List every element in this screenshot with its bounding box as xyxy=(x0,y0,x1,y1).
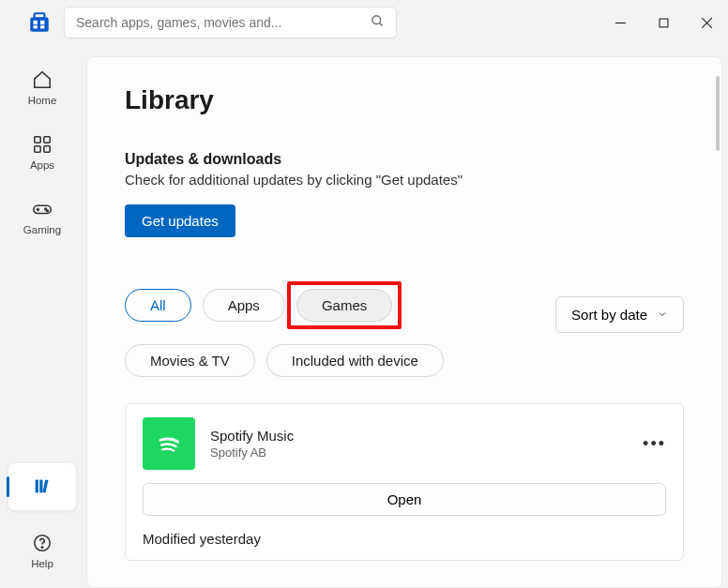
svg-rect-23 xyxy=(42,479,48,492)
filter-all[interactable]: All xyxy=(125,289,191,322)
gaming-icon xyxy=(31,199,53,222)
open-button[interactable]: Open xyxy=(143,483,666,516)
more-options-button[interactable]: ••• xyxy=(643,434,666,454)
svg-rect-15 xyxy=(44,146,50,152)
library-icon xyxy=(31,475,53,499)
app-name: Spotify Music xyxy=(210,428,294,444)
maximize-button[interactable] xyxy=(642,8,685,38)
svg-rect-2 xyxy=(34,21,38,24)
sidebar-item-home[interactable]: Home xyxy=(9,64,75,112)
search-box[interactable] xyxy=(64,7,397,38)
sidebar-item-help[interactable]: Help xyxy=(9,527,75,575)
svg-point-25 xyxy=(41,547,42,548)
svg-rect-3 xyxy=(40,21,44,24)
filter-games[interactable]: Games xyxy=(296,289,392,322)
sidebar-item-label: Apps xyxy=(30,159,54,171)
sidebar: Home Apps Gaming Help xyxy=(0,45,84,588)
sort-button[interactable]: Sort by date xyxy=(555,296,684,333)
updates-heading: Updates & downloads xyxy=(125,151,684,168)
spotify-icon xyxy=(143,417,195,470)
svg-rect-14 xyxy=(35,146,40,152)
svg-point-6 xyxy=(372,15,381,23)
search-input[interactable] xyxy=(76,15,371,30)
modified-label: Modified yesterday xyxy=(143,531,666,547)
titlebar xyxy=(0,0,728,45)
window-controls xyxy=(599,8,728,38)
close-button[interactable] xyxy=(685,8,728,38)
svg-point-18 xyxy=(47,210,49,212)
svg-rect-22 xyxy=(39,479,42,492)
svg-rect-4 xyxy=(34,25,38,28)
home-icon xyxy=(32,69,53,93)
svg-rect-9 xyxy=(660,19,668,27)
sidebar-item-gaming[interactable]: Gaming xyxy=(9,193,75,241)
chevron-down-icon xyxy=(657,307,668,323)
svg-rect-21 xyxy=(36,479,38,492)
help-icon xyxy=(32,533,53,556)
app-publisher: Spotify AB xyxy=(210,445,294,460)
scrollbar[interactable] xyxy=(716,76,720,151)
svg-rect-12 xyxy=(35,137,40,143)
get-updates-button[interactable]: Get updates xyxy=(125,204,235,237)
main-content: Library Updates & downloads Check for ad… xyxy=(86,56,722,588)
filter-row: All Apps Games Movies & TV Included with… xyxy=(125,289,684,377)
filter-apps[interactable]: Apps xyxy=(203,289,285,322)
updates-subtext: Check for additional updates by clicking… xyxy=(125,172,684,188)
svg-rect-0 xyxy=(30,18,49,32)
svg-rect-13 xyxy=(44,137,50,143)
svg-rect-1 xyxy=(35,13,45,18)
search-icon xyxy=(371,14,385,32)
svg-line-7 xyxy=(379,23,382,25)
page-title: Library xyxy=(125,85,684,115)
filter-included[interactable]: Included with device xyxy=(266,344,444,377)
sidebar-item-apps[interactable]: Apps xyxy=(9,128,75,176)
sidebar-item-label: Gaming xyxy=(23,224,61,235)
minimize-button[interactable] xyxy=(599,8,642,38)
filter-movies[interactable]: Movies & TV xyxy=(125,344,255,377)
store-app-icon xyxy=(24,8,54,38)
svg-rect-5 xyxy=(40,25,44,28)
library-item-card: Spotify Music Spotify AB ••• Open Modifi… xyxy=(125,403,684,561)
apps-icon xyxy=(32,134,53,158)
sidebar-item-label: Help xyxy=(31,558,53,569)
sort-label: Sort by date xyxy=(571,307,647,323)
sidebar-item-library[interactable] xyxy=(8,463,76,510)
sidebar-item-label: Home xyxy=(28,95,57,106)
